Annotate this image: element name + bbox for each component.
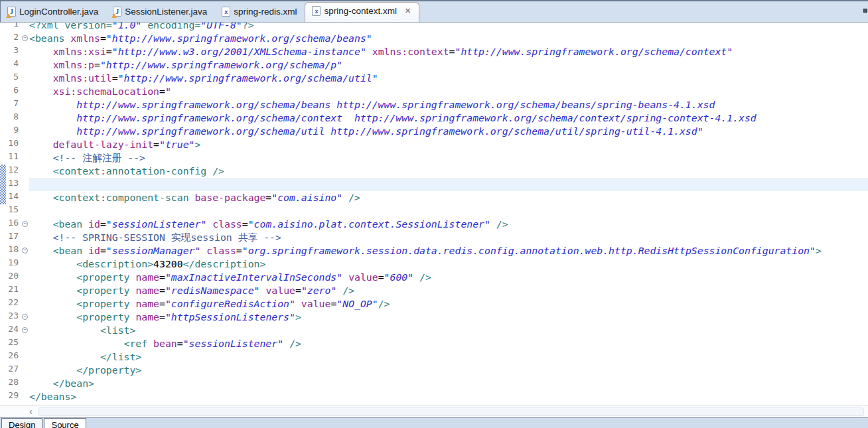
- code-text[interactable]: [29, 178, 868, 191]
- collapse-minus-icon[interactable]: −: [22, 221, 28, 227]
- code-text[interactable]: <property name="maxInactiveIntervalInSec…: [29, 271, 868, 284]
- editor-tab-LoginController.java[interactable]: JLoginController.java: [1, 3, 106, 22]
- code-text[interactable]: </property>: [29, 364, 868, 377]
- annotation-ruler[interactable]: [0, 311, 5, 324]
- code-text[interactable]: <property name="configureRedisAction" va…: [29, 297, 868, 311]
- annotation-ruler[interactable]: [0, 244, 5, 257]
- code-text[interactable]: <bean id="sessionListener" class="com.ai…: [29, 218, 868, 231]
- code-text[interactable]: http://www.springframework.org/schema/ut…: [29, 125, 868, 138]
- code-text[interactable]: <bean id="sessionManager" class="org.spr…: [29, 244, 868, 257]
- line-number: 16: [5, 218, 21, 231]
- annotation-ruler[interactable]: [0, 364, 5, 377]
- horizontal-scrollbar[interactable]: ‹: [0, 405, 868, 417]
- scroll-left-arrow-icon[interactable]: ‹: [29, 406, 33, 417]
- annotation-ruler[interactable]: [0, 284, 5, 297]
- annotation-ruler[interactable]: [0, 151, 5, 165]
- code-text[interactable]: xmlns:p="http://www.springframework.org/…: [29, 58, 868, 72]
- editor-tab-SessionListener.java[interactable]: JSessionListener.java: [106, 3, 215, 22]
- collapse-minus-icon[interactable]: −: [22, 35, 28, 41]
- collapse-minus-icon[interactable]: −: [22, 314, 28, 320]
- annotation-ruler[interactable]: [0, 85, 5, 98]
- annotation-ruler[interactable]: [0, 297, 5, 311]
- code-text[interactable]: [29, 204, 868, 218]
- annotation-ruler[interactable]: [0, 72, 5, 85]
- editor-tab-spring-context.xml[interactable]: xspring-context.xml✕: [305, 2, 419, 22]
- annotation-ruler[interactable]: [0, 98, 5, 111]
- fold-ruler: [21, 191, 29, 204]
- collapse-minus-icon[interactable]: −: [22, 248, 28, 253]
- fold-ruler: [21, 390, 29, 403]
- annotation-ruler[interactable]: [0, 337, 5, 350]
- annotation-ruler[interactable]: [0, 23, 5, 32]
- annotation-ruler[interactable]: [0, 231, 5, 244]
- close-tab-icon[interactable]: ✕: [405, 7, 411, 15]
- code-line: 28 </bean>: [0, 377, 868, 390]
- code-text[interactable]: <?xml version="1.0" encoding="UTF-8"?>: [29, 23, 868, 32]
- annotation-ruler[interactable]: [0, 257, 5, 271]
- code-text[interactable]: <beans xmlns="http://www.springframework…: [29, 32, 868, 45]
- annotation-ruler[interactable]: [0, 125, 5, 138]
- line-number: 18: [5, 244, 21, 257]
- fold-collapse-control[interactable]: −: [21, 311, 29, 324]
- warning-overlay-icon: [6, 13, 11, 18]
- code-text[interactable]: default-lazy-init="true">: [29, 138, 868, 151]
- code-text[interactable]: http://www.springframework.org/schema/be…: [29, 98, 868, 111]
- fold-collapse-control[interactable]: −: [21, 324, 29, 337]
- code-text[interactable]: <ref bean="sessionListener" />: [29, 337, 868, 350]
- code-text[interactable]: <context:annotation-config />: [29, 165, 868, 178]
- annotation-ruler[interactable]: [0, 390, 5, 403]
- annotation-ruler[interactable]: [0, 58, 5, 72]
- code-line: 10 default-lazy-init="true">: [0, 138, 868, 151]
- page-tab-source[interactable]: Source: [44, 418, 86, 428]
- code-text[interactable]: </list>: [29, 350, 868, 364]
- fold-ruler: [21, 337, 29, 350]
- code-text[interactable]: <!-- 注解注册 -->: [29, 151, 868, 165]
- code-text[interactable]: http://www.springframework.org/schema/co…: [29, 111, 868, 125]
- line-number: 26: [5, 350, 21, 364]
- code-text[interactable]: <!-- SPRING-SESSION 实现session 共享 -->: [29, 231, 868, 244]
- xml-source-editor[interactable]: 1<?xml version="1.0" encoding="UTF-8"?>2…: [0, 23, 868, 405]
- annotation-ruler[interactable]: [0, 271, 5, 284]
- code-text[interactable]: </beans>: [29, 390, 868, 403]
- collapse-minus-icon[interactable]: −: [22, 327, 28, 333]
- fold-collapse-control[interactable]: −: [21, 218, 29, 231]
- annotation-ruler[interactable]: [0, 32, 5, 45]
- annotation-ruler[interactable]: [0, 218, 5, 231]
- annotation-ruler[interactable]: [0, 45, 5, 58]
- annotation-ruler[interactable]: [0, 138, 5, 151]
- fold-ruler: [21, 125, 29, 138]
- code-text[interactable]: xsi:schemaLocation=": [29, 85, 868, 98]
- code-text[interactable]: <list>: [29, 324, 868, 337]
- scrollbar-thumb[interactable]: [38, 407, 864, 416]
- annotation-ruler[interactable]: [0, 111, 5, 125]
- editor-tab-spring-redis.xml[interactable]: xspring-redis.xml: [215, 3, 305, 22]
- fold-ruler: [21, 297, 29, 311]
- annotation-ruler[interactable]: [0, 204, 5, 218]
- code-text[interactable]: <description>43200</description>: [29, 257, 868, 271]
- code-line: 27 </property>: [0, 364, 868, 377]
- code-line: 7 http://www.springframework.org/schema/…: [0, 98, 868, 111]
- code-text[interactable]: xmlns:util="http://www.springframework.o…: [29, 72, 868, 85]
- annotation-ruler[interactable]: [0, 377, 5, 390]
- code-text[interactable]: xmlns:xsi="http://www.w3.org/2001/XMLSch…: [29, 45, 868, 58]
- code-text[interactable]: <property name="redisNamespace" value="z…: [29, 284, 868, 297]
- code-line: 23− <property name="httpSessionListeners…: [0, 311, 868, 324]
- view-menu-icon[interactable]: [863, 9, 867, 13]
- page-tab-design[interactable]: Design: [1, 418, 42, 428]
- code-line: 1<?xml version="1.0" encoding="UTF-8"?>: [0, 23, 868, 32]
- fold-ruler: [21, 204, 29, 218]
- fold-collapse-control[interactable]: −: [21, 32, 29, 45]
- code-line: 14 <context:component-scan base-package=…: [0, 191, 868, 204]
- line-number: 24: [5, 324, 21, 337]
- fold-collapse-control[interactable]: −: [21, 244, 29, 257]
- code-line: 20 <property name="maxInactiveIntervalIn…: [0, 271, 868, 284]
- code-text[interactable]: </bean>: [29, 377, 868, 390]
- line-number: 15: [5, 204, 21, 218]
- annotation-ruler[interactable]: [0, 350, 5, 364]
- line-number: 2: [5, 32, 21, 45]
- fold-ruler: [21, 364, 29, 377]
- annotation-ruler[interactable]: [0, 324, 5, 337]
- code-text[interactable]: <context:component-scan base-package="co…: [29, 191, 868, 204]
- code-text[interactable]: <property name="httpSessionListeners">: [29, 311, 868, 324]
- code-line: 17 <!-- SPRING-SESSION 实现session 共享 -->: [0, 231, 868, 244]
